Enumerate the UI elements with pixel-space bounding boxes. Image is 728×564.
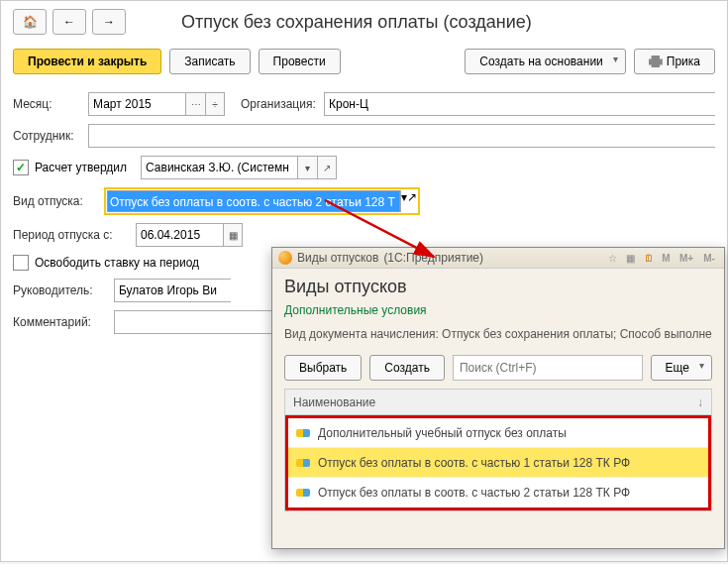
select-button[interactable]: Выбрать: [284, 355, 362, 381]
calc-approved-label: Расчет утвердил: [35, 161, 127, 174]
table-row[interactable]: Отпуск без оплаты в соотв. с частью 1 ст…: [288, 448, 708, 478]
row-label: Отпуск без оплаты в соотв. с частью 2 ст…: [318, 486, 630, 500]
comment-input[interactable]: [114, 310, 271, 334]
calc-approved-checkbox[interactable]: [13, 160, 29, 175]
table-row[interactable]: Дополнительный учебный отпуск без оплаты: [288, 418, 708, 448]
period-calendar-icon[interactable]: ▦: [223, 223, 243, 247]
period-label: Период отпуска с:: [13, 228, 130, 242]
memory-mplus-button[interactable]: M+: [677, 252, 695, 265]
leave-types-table: Наименование ↓ Дополнительный учебный от…: [284, 389, 712, 511]
org-input[interactable]: [324, 92, 715, 116]
create-button[interactable]: Создать: [369, 355, 445, 381]
back-button[interactable]: ←: [52, 9, 86, 35]
arrow-right-icon: →: [103, 15, 115, 29]
column-name-header[interactable]: Наименование: [293, 395, 697, 409]
create-based-on-button[interactable]: Создать на основании: [465, 49, 626, 74]
leave-type-icon: [296, 489, 310, 497]
post-and-close-button[interactable]: Провести и закрыть: [13, 49, 161, 74]
leave-type-open-icon[interactable]: ↗: [407, 190, 417, 212]
grid-icon[interactable]: ▦: [624, 252, 637, 265]
release-rate-checkbox[interactable]: [13, 255, 29, 271]
popup-subheading[interactable]: Дополнительные условия: [272, 299, 724, 321]
approver-dropdown-icon[interactable]: ▾: [297, 156, 317, 179]
leave-types-popup: Виды отпусков (1С:Предприятие) ☆ ▦ 🗓 M M…: [271, 247, 725, 549]
home-button[interactable]: 🏠: [13, 9, 47, 35]
memory-m-button[interactable]: M: [660, 252, 673, 265]
home-icon: 🏠: [23, 15, 38, 29]
printer-icon: [649, 56, 663, 67]
manager-label: Руководитель:: [13, 283, 108, 297]
row-label: Дополнительный учебный отпуск без оплаты: [318, 426, 567, 440]
popup-window-title: Виды отпусков: [297, 251, 378, 265]
app-icon: [278, 251, 292, 265]
org-label: Организация:: [241, 97, 318, 111]
release-rate-label: Освободить ставку на период: [35, 256, 199, 270]
leave-type-label: Вид отпуска:: [13, 194, 98, 208]
page-title: Отпуск без сохранения оплаты (создание): [181, 12, 532, 33]
table-row[interactable]: Отпуск без оплаты в соотв. с частью 2 ст…: [288, 478, 708, 508]
popup-window-subtitle: (1С:Предприятие): [383, 251, 483, 265]
row-label: Отпуск без оплаты в соотв. с частью 1 ст…: [318, 456, 630, 470]
forward-button[interactable]: →: [92, 9, 126, 35]
leave-type-icon: [296, 429, 310, 437]
employee-input[interactable]: [88, 124, 715, 148]
month-label: Месяц:: [13, 97, 82, 111]
month-input[interactable]: [88, 92, 185, 116]
memory-mminus-button[interactable]: M-: [700, 252, 718, 265]
arrow-left-icon: ←: [63, 15, 75, 29]
more-button[interactable]: Еще: [651, 355, 712, 381]
comment-label: Комментарий:: [13, 315, 108, 329]
favorite-icon[interactable]: ☆: [606, 252, 619, 265]
leave-type-icon: [296, 459, 310, 467]
month-clear-icon[interactable]: ⋯: [185, 92, 205, 116]
popup-heading: Виды отпусков: [272, 269, 724, 299]
month-down-icon[interactable]: ÷: [205, 92, 225, 116]
calendar-icon[interactable]: 🗓: [642, 252, 655, 265]
print-button[interactable]: Прика: [634, 49, 715, 74]
leave-type-input[interactable]: Отпуск без оплаты в соотв. с частью 2 ст…: [107, 190, 400, 212]
approver-input[interactable]: [141, 156, 297, 179]
period-from-input[interactable]: [136, 223, 223, 247]
leave-type-dropdown-icon[interactable]: ▾: [400, 190, 407, 212]
search-input[interactable]: [453, 355, 643, 381]
save-button[interactable]: Записать: [169, 49, 250, 74]
popup-info-text: Вид документа начисления: Отпуск без сох…: [272, 321, 724, 347]
approver-open-icon[interactable]: ↗: [317, 156, 337, 179]
post-button[interactable]: Провести: [259, 49, 341, 74]
manager-input[interactable]: [114, 279, 231, 302]
sort-indicator-icon[interactable]: ↓: [697, 395, 703, 409]
employee-label: Сотрудник:: [13, 129, 82, 143]
